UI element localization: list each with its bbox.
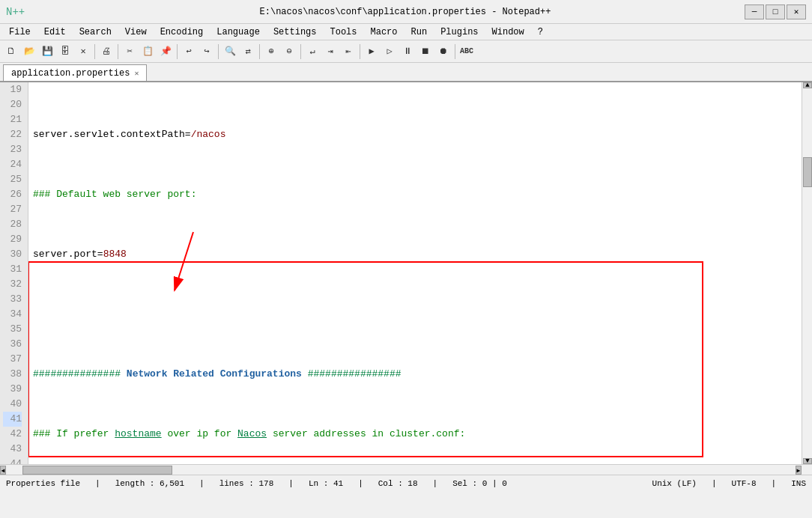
encoding-label: UTF-8: [732, 479, 757, 488]
cursor-line: Ln : 41: [309, 479, 343, 488]
title-text: E:\nacos\nacos\conf\application.properti…: [66, 7, 745, 17]
code-line-21: server.port=8848: [33, 247, 802, 262]
menu-edit[interactable]: Edit: [38, 25, 72, 39]
toolbar-sep-4: [218, 44, 219, 59]
menu-tools[interactable]: Tools: [324, 25, 363, 39]
toolbar-sep-10: |: [199, 479, 204, 488]
find-button[interactable]: 🔍: [222, 43, 238, 60]
open-button[interactable]: 📂: [21, 43, 37, 60]
cursor-col: Col : 18: [378, 479, 418, 488]
ins-label: INS: [791, 479, 806, 488]
tab-bar: application.properties ✕: [0, 63, 812, 82]
editor-area: 19 20 21 22 23 24 25 26 27 28 29 30 31 3…: [0, 82, 812, 464]
run2-button[interactable]: ▷: [381, 43, 398, 60]
tab-close-icon[interactable]: ✕: [134, 69, 139, 78]
h-scrollbar-thumb[interactable]: [22, 466, 172, 475]
replace-button[interactable]: ⇄: [240, 43, 256, 60]
menu-search[interactable]: Search: [73, 25, 118, 39]
undo-button[interactable]: ↩: [181, 43, 197, 60]
save-all-button[interactable]: 🗄: [57, 43, 73, 60]
toolbar-sep-11: |: [288, 479, 294, 488]
code-lines: server.servlet.contextPath=/nacos ### De…: [28, 82, 802, 464]
paste-button[interactable]: 📌: [157, 43, 174, 60]
redo-button[interactable]: ↪: [199, 43, 215, 60]
toolbar-sep-13: |: [433, 479, 438, 488]
wrap-button[interactable]: ↵: [304, 43, 321, 60]
indent-button[interactable]: ⇥: [322, 43, 339, 60]
tab-application-properties[interactable]: application.properties ✕: [3, 64, 147, 81]
pause-button[interactable]: ⏸: [399, 43, 416, 60]
maximize-button[interactable]: □: [766, 4, 785, 19]
line-numbers: 19 20 21 22 23 24 25 26 27 28 29 30 31 3…: [0, 82, 28, 464]
code-line-22: [33, 307, 802, 322]
menu-view[interactable]: View: [119, 25, 153, 39]
horizontal-scrollbar[interactable]: ◀ ▶: [0, 464, 812, 475]
toolbar-sep-14: |: [712, 479, 717, 488]
menu-help[interactable]: ?: [532, 25, 549, 39]
file-lines: lines : 178: [219, 479, 274, 488]
tab-label: application.properties: [11, 68, 130, 79]
close-button[interactable]: ✕: [787, 4, 806, 19]
menu-bar: File Edit Search View Encoding Language …: [0, 24, 812, 40]
menu-settings[interactable]: Settings: [267, 25, 323, 39]
toolbar-sep-7: [360, 44, 360, 59]
toolbar-sep-12: |: [358, 479, 363, 488]
title-bar: N++ E:\nacos\nacos\conf\application.prop…: [0, 0, 812, 24]
window-controls[interactable]: ─ □ ✕: [745, 4, 806, 19]
selection-info: Sel : 0 | 0: [452, 479, 507, 488]
toolbar-sep-1: [94, 44, 95, 59]
code-line-19: server.servlet.contextPath=/nacos: [33, 127, 802, 142]
scrollbar-thumb[interactable]: [803, 157, 812, 187]
code-line-23: ############### Network Related Configur…: [33, 367, 802, 382]
toolbar-sep-6: [300, 44, 301, 59]
status-bar: Properties file | length : 6,501 | lines…: [0, 475, 812, 491]
code-line-24: ### If prefer hostname over ip for Nacos…: [33, 427, 802, 442]
toolbar-sep-9: |: [95, 479, 100, 488]
print-button[interactable]: 🖨: [98, 43, 115, 60]
copy-button[interactable]: 📋: [139, 43, 156, 60]
unindent-button[interactable]: ⇤: [340, 43, 357, 60]
toolbar-sep-3: [177, 44, 178, 59]
toolbar-sep-15: |: [772, 479, 777, 488]
toolbar-sep-2: [118, 44, 118, 59]
zoom-in-button[interactable]: ⊕: [263, 43, 279, 60]
file-type-label: Properties file: [6, 479, 80, 488]
record-button[interactable]: ⏺: [435, 43, 452, 60]
toolbar-sep-5: [259, 44, 260, 59]
menu-macro[interactable]: Macro: [365, 25, 404, 39]
stop-button[interactable]: ⏹: [417, 43, 434, 60]
eol-type: Unix (LF): [652, 479, 697, 488]
toolbar: 🗋 📂 💾 🗄 ✕ 🖨 ✂ 📋 📌 ↩ ↪ 🔍 ⇄ ⊕ ⊖ ↵ ⇥ ⇤ ▶ ▷ …: [0, 40, 812, 63]
menu-window[interactable]: Window: [486, 25, 530, 39]
menu-run[interactable]: Run: [405, 25, 434, 39]
menu-language[interactable]: Language: [210, 25, 266, 39]
new-button[interactable]: 🗋: [3, 43, 19, 60]
zoom-out-button[interactable]: ⊖: [281, 43, 297, 60]
vertical-scrollbar[interactable]: ▲ ▼: [802, 82, 812, 464]
menu-encoding[interactable]: Encoding: [154, 25, 210, 39]
menu-plugins[interactable]: Plugins: [434, 25, 484, 39]
menu-file[interactable]: File: [3, 25, 37, 39]
save-button[interactable]: 💾: [39, 43, 55, 60]
spell-button[interactable]: ABC: [458, 43, 475, 60]
toolbar-sep-8: [455, 44, 455, 59]
cut-button[interactable]: ✂: [121, 43, 138, 60]
code-editor[interactable]: server.servlet.contextPath=/nacos ### De…: [28, 82, 802, 464]
minimize-button[interactable]: ─: [745, 4, 764, 19]
code-line-20: ### Default web server port:: [33, 187, 802, 202]
file-length: length : 6,501: [115, 479, 184, 488]
run-button[interactable]: ▶: [363, 43, 380, 60]
close-button2[interactable]: ✕: [75, 43, 91, 60]
